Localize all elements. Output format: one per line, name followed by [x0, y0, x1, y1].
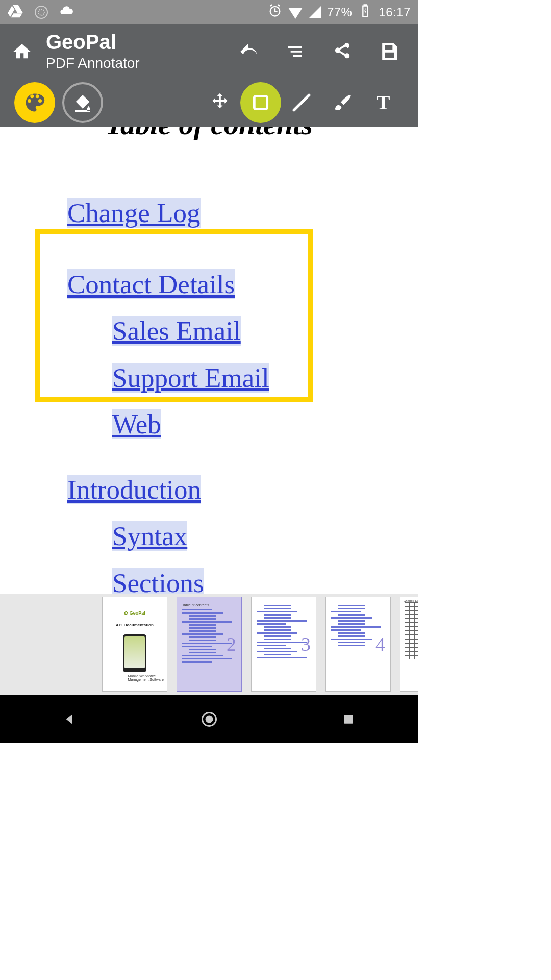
svg-rect-0: [254, 96, 267, 109]
thumb4-page-number: 4: [375, 633, 385, 655]
toc-link-support-email[interactable]: Support Email: [112, 363, 269, 393]
page-thumbnail-strip[interactable]: ✿ GeoPal API Documentation Mobile Workfo…: [0, 594, 418, 695]
svg-point-2: [205, 715, 213, 723]
page-thumbnail-2[interactable]: Table of contents 2: [177, 597, 242, 692]
undo-button[interactable]: [230, 34, 266, 69]
brush-tool[interactable]: [322, 82, 363, 123]
home-button[interactable]: [7, 37, 37, 66]
alarm-icon: [268, 4, 282, 21]
share-button[interactable]: [324, 34, 360, 69]
status-time: 16:17: [379, 5, 411, 19]
text-tool[interactable]: T: [363, 82, 404, 123]
android-nav-bar: [0, 695, 418, 743]
sync-icon: [35, 6, 48, 19]
toc-link-sections[interactable]: Sections: [112, 568, 204, 594]
thumb2-header: Table of contents: [182, 603, 236, 607]
page-thumbnail-4[interactable]: 4: [325, 597, 391, 692]
move-tool[interactable]: [199, 82, 240, 123]
thumb1-logo: ✿ GeoPal: [124, 610, 145, 616]
phone-illustration-icon: [123, 634, 146, 672]
thumb1-footer: Mobile WorkforceManagement Software: [128, 674, 164, 682]
save-button[interactable]: [371, 34, 407, 69]
cloud-icon: [59, 4, 73, 21]
thumb1-title: API Documentation: [116, 623, 154, 627]
page-heading: Table of contents: [105, 127, 313, 141]
cell-signal-icon: [309, 6, 321, 18]
nav-recent-button[interactable]: [338, 708, 359, 730]
app-bar: GeoPal PDF Annotator: [0, 24, 418, 78]
toc-link-sales-email[interactable]: Sales Email: [112, 316, 241, 346]
svg-rect-3: [344, 715, 353, 723]
fill-bucket-button[interactable]: [62, 82, 103, 123]
page-thumbnail-5[interactable]: Change Log: [400, 597, 418, 692]
menu-lines-button[interactable]: [277, 34, 313, 69]
nav-home-button[interactable]: [198, 708, 220, 730]
toc-link-contact-details[interactable]: Contact Details: [67, 270, 235, 299]
nav-back-button[interactable]: [59, 708, 81, 730]
battery-percent: 77%: [327, 5, 353, 19]
line-tool[interactable]: [281, 82, 322, 123]
color-palette-button[interactable]: [14, 82, 55, 123]
app-title: GeoPal: [46, 32, 140, 52]
page-thumbnail-1[interactable]: ✿ GeoPal API Documentation Mobile Workfo…: [102, 597, 167, 692]
toc-link-web[interactable]: Web: [112, 409, 161, 439]
app-subtitle: PDF Annotator: [46, 55, 140, 71]
annotation-toolbar: T: [0, 78, 418, 127]
page-thumbnail-3[interactable]: 3: [251, 597, 316, 692]
rectangle-tool[interactable]: [240, 82, 281, 123]
toc-link-introduction[interactable]: Introduction: [67, 475, 201, 504]
toc-link-syntax[interactable]: Syntax: [112, 521, 187, 551]
android-status-bar: 77% 16:17: [0, 0, 418, 24]
toc-link-change-log[interactable]: Change Log: [67, 198, 201, 228]
battery-charging-icon: [358, 4, 372, 21]
thumb3-page-number: 3: [301, 633, 311, 655]
pdf-page-view[interactable]: Table of contents Change Log Contact Det…: [0, 127, 418, 594]
thumb2-page-number: 2: [227, 633, 236, 655]
wifi-icon: [288, 8, 303, 19]
google-drive-icon: [7, 3, 23, 22]
